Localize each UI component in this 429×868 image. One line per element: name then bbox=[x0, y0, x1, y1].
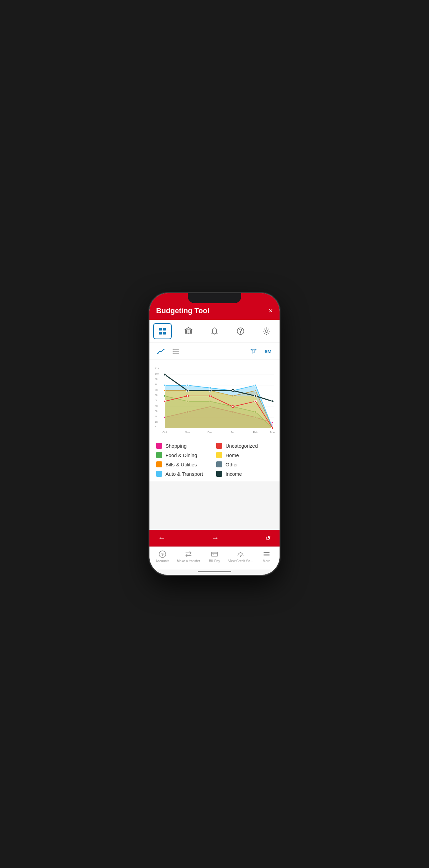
spending-chart: 11k 10k 9k 8k 7k 6k 5k 4k 3k 2k 1k 0 Oct… bbox=[154, 363, 275, 437]
other-label: Other bbox=[226, 462, 238, 467]
filter-button[interactable] bbox=[248, 345, 260, 357]
svg-point-83 bbox=[232, 406, 234, 408]
view-toggle: 6M bbox=[150, 343, 279, 360]
svg-text:Dec: Dec bbox=[207, 431, 213, 434]
svg-text:7k: 7k bbox=[155, 388, 158, 391]
legend-item-shopping: Shopping bbox=[156, 443, 213, 449]
svg-point-51 bbox=[271, 422, 273, 424]
bank-icon-button[interactable] bbox=[179, 323, 198, 339]
legend-item-other: Other bbox=[216, 461, 273, 467]
credit-icon bbox=[236, 550, 244, 558]
svg-text:Mar: Mar bbox=[270, 431, 275, 434]
svg-rect-5 bbox=[186, 330, 187, 333]
svg-rect-0 bbox=[159, 328, 162, 331]
tab-credit[interactable]: View Credit Sc... bbox=[228, 549, 254, 563]
svg-point-78 bbox=[255, 395, 257, 397]
svg-rect-2 bbox=[159, 332, 162, 335]
svg-text:0: 0 bbox=[155, 426, 157, 429]
svg-point-10 bbox=[240, 333, 241, 333]
transfer-icon bbox=[185, 550, 193, 558]
auto-label: Auto & Transport bbox=[165, 471, 203, 477]
nav-bar: ← → ↺ bbox=[150, 530, 279, 547]
settings-icon bbox=[262, 327, 271, 336]
svg-rect-6 bbox=[188, 330, 189, 333]
bank-icon bbox=[184, 327, 193, 336]
svg-text:4k: 4k bbox=[155, 404, 158, 407]
legend-item-uncategorized: Uncategorized bbox=[216, 443, 273, 449]
tab-bar: $ Accounts Make a transfer Bill Pa bbox=[150, 547, 279, 569]
svg-text:11k: 11k bbox=[155, 367, 160, 370]
svg-point-71 bbox=[255, 384, 257, 386]
close-button[interactable]: × bbox=[268, 307, 273, 315]
svg-text:2k: 2k bbox=[155, 415, 158, 418]
tab-transfer[interactable]: Make a transfer bbox=[175, 549, 201, 563]
refresh-button[interactable]: ↺ bbox=[263, 532, 273, 544]
phone-screen: Budgeting Tool × bbox=[150, 293, 279, 575]
content-area bbox=[150, 482, 279, 530]
home-label: Home bbox=[226, 452, 239, 458]
phone-notch bbox=[188, 293, 241, 303]
svg-rect-1 bbox=[163, 328, 166, 331]
period-button[interactable]: 6M bbox=[261, 347, 275, 355]
svg-point-11 bbox=[265, 330, 268, 333]
chart-container: 11k 10k 9k 8k 7k 6k 5k 4k 3k 2k 1k 0 Oct… bbox=[150, 360, 279, 438]
svg-text:$: $ bbox=[161, 552, 163, 556]
svg-point-12 bbox=[160, 351, 161, 352]
list-view-button[interactable] bbox=[169, 345, 183, 357]
food-label: Food & Dining bbox=[165, 452, 197, 458]
billpay-tab-label: Bill Pay bbox=[209, 559, 220, 563]
tab-billpay[interactable]: Bill Pay bbox=[201, 549, 228, 563]
svg-point-75 bbox=[187, 390, 189, 392]
more-tab-label: More bbox=[263, 559, 270, 563]
grid-icon bbox=[158, 327, 167, 336]
home-indicator-area bbox=[150, 569, 279, 575]
bell-icon-button[interactable] bbox=[205, 323, 224, 339]
svg-marker-4 bbox=[185, 328, 192, 330]
income-color bbox=[216, 471, 222, 477]
svg-rect-7 bbox=[191, 330, 192, 333]
food-color bbox=[156, 452, 162, 458]
svg-point-85 bbox=[271, 427, 273, 429]
svg-point-92 bbox=[240, 556, 241, 557]
svg-text:3k: 3k bbox=[155, 410, 158, 413]
svg-point-68 bbox=[187, 384, 189, 386]
legend: Shopping Uncategorized Food & Dining Hom… bbox=[150, 438, 279, 482]
svg-point-82 bbox=[209, 395, 211, 397]
legend-item-bills: Bills & Utilities bbox=[156, 461, 213, 467]
help-icon-button[interactable] bbox=[231, 323, 250, 339]
bills-color bbox=[156, 461, 162, 467]
svg-text:Jan: Jan bbox=[231, 431, 235, 434]
svg-point-14 bbox=[157, 353, 159, 354]
shopping-color bbox=[156, 443, 162, 449]
svg-point-81 bbox=[187, 395, 189, 397]
svg-point-74 bbox=[164, 374, 166, 376]
tab-accounts[interactable]: $ Accounts bbox=[150, 549, 175, 563]
svg-point-13 bbox=[163, 349, 164, 350]
svg-text:6k: 6k bbox=[155, 394, 158, 397]
svg-point-80 bbox=[164, 400, 166, 402]
phone-frame: Budgeting Tool × bbox=[150, 293, 279, 575]
accounts-icon: $ bbox=[159, 550, 166, 558]
bell-icon bbox=[210, 327, 219, 336]
chart-toggle-icon bbox=[157, 347, 164, 355]
svg-point-67 bbox=[164, 384, 166, 386]
grid-icon-button[interactable] bbox=[153, 323, 172, 339]
more-icon bbox=[263, 550, 270, 558]
legend-item-home: Home bbox=[216, 452, 273, 458]
svg-point-84 bbox=[255, 400, 257, 402]
forward-button[interactable]: → bbox=[210, 532, 221, 545]
svg-text:8k: 8k bbox=[155, 383, 158, 386]
settings-icon-button[interactable] bbox=[257, 323, 276, 339]
toolbar-icons bbox=[150, 320, 279, 343]
back-button[interactable]: ← bbox=[156, 532, 167, 545]
list-toggle-icon bbox=[172, 347, 180, 355]
tab-more[interactable]: More bbox=[254, 549, 279, 563]
legend-item-auto: Auto & Transport bbox=[156, 471, 213, 477]
chart-view-button[interactable] bbox=[154, 345, 167, 357]
svg-rect-3 bbox=[163, 332, 166, 335]
home-color bbox=[216, 452, 222, 458]
app-title: Budgeting Tool bbox=[156, 307, 209, 315]
svg-rect-88 bbox=[211, 552, 218, 556]
svg-text:9k: 9k bbox=[155, 378, 158, 380]
credit-tab-label: View Credit Sc... bbox=[228, 559, 253, 563]
